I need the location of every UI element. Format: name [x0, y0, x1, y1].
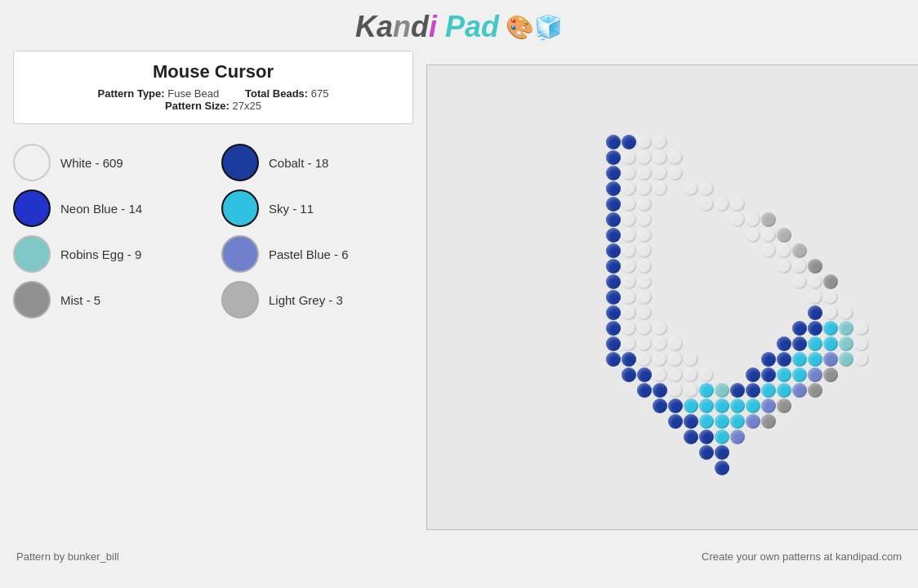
bead: [746, 150, 760, 165]
bead: [792, 336, 807, 351]
bead: [699, 321, 714, 336]
bead: [544, 135, 559, 149]
bead: [590, 305, 605, 320]
bead: [684, 321, 698, 336]
bead: [854, 228, 869, 243]
bead: [684, 399, 698, 413]
bead: [575, 430, 590, 444]
bead: [559, 321, 574, 336]
bead: [497, 259, 512, 274]
bead: [684, 336, 698, 351]
bead: [606, 166, 621, 180]
bead: [792, 445, 807, 460]
pattern-size-item: Pattern Size: 27x25: [165, 100, 261, 112]
bead: [715, 352, 729, 367]
bead: [715, 135, 729, 149]
bead: [761, 197, 776, 212]
bead: [544, 150, 559, 165]
bead: [497, 321, 512, 336]
color-swatch: [221, 144, 259, 181]
bead: [854, 430, 869, 444]
bead: [544, 243, 559, 258]
bead: [715, 243, 729, 258]
bead: [544, 399, 559, 413]
bead: [544, 383, 559, 398]
bead: [653, 399, 667, 413]
bead: [699, 352, 714, 367]
bead: [622, 228, 636, 243]
color-label: Mist - 5: [60, 293, 100, 307]
bead: [808, 259, 822, 274]
bead: [513, 243, 528, 258]
pattern-canvas: [426, 65, 918, 530]
bead: [823, 352, 838, 367]
bead: [699, 119, 714, 134]
bead: [684, 461, 698, 475]
bead: [839, 150, 853, 165]
bead: [839, 445, 853, 460]
bead: [544, 321, 559, 336]
bead: [668, 461, 683, 475]
bead: [699, 274, 714, 289]
bead: [715, 212, 729, 227]
bead: [497, 368, 512, 382]
pattern-info-card: Mouse Cursor Pattern Type: Fuse Bead Tot…: [13, 51, 413, 124]
bead: [497, 181, 512, 196]
footer: Pattern by bunker_bill Create your own p…: [0, 544, 918, 569]
bead: [466, 197, 481, 212]
bead: [792, 430, 807, 444]
bead: [839, 259, 853, 274]
pattern-size-value: 27x25: [232, 100, 261, 112]
bead: [730, 414, 745, 429]
bead: [497, 383, 512, 398]
bead: [715, 476, 729, 491]
bead: [497, 352, 512, 367]
bead: [854, 135, 869, 149]
bead: [528, 150, 543, 165]
bead: [559, 461, 574, 475]
bead: [777, 383, 791, 398]
bead: [699, 135, 714, 149]
bead: [746, 212, 760, 227]
bead: [622, 305, 636, 320]
bead: [854, 104, 869, 118]
bead: [575, 135, 590, 149]
bead: [606, 476, 621, 491]
bead: [699, 445, 714, 460]
bead: [839, 243, 853, 258]
bead: [777, 336, 791, 351]
bead: [559, 119, 574, 134]
bead: [839, 181, 853, 196]
bead: [823, 368, 838, 382]
bead: [637, 212, 652, 227]
right-panel: [426, 51, 918, 544]
bead: [528, 212, 543, 227]
bead: [544, 445, 559, 460]
bead: [808, 166, 822, 180]
bead: [761, 336, 776, 351]
bead: [482, 212, 497, 227]
bead: [792, 414, 807, 429]
bead: [590, 166, 605, 180]
bead: [854, 197, 869, 212]
bead: [544, 259, 559, 274]
bead: [528, 461, 543, 475]
color-entry: Robins Egg - 9: [13, 235, 205, 273]
color-label: Sky - 11: [269, 202, 314, 216]
bead: [482, 104, 497, 118]
bead: [668, 305, 683, 320]
pattern-type-label: Pattern Type:: [98, 87, 165, 100]
bead: [777, 290, 791, 305]
color-entry: White - 609: [13, 144, 205, 181]
bead: [653, 259, 667, 274]
bead: [590, 150, 605, 165]
bead: [482, 321, 497, 336]
bead: [870, 305, 885, 320]
bead: [730, 228, 745, 243]
bead: [466, 445, 481, 460]
color-swatch: [221, 235, 259, 273]
bead: [715, 228, 729, 243]
bead: [668, 135, 683, 149]
bead: [746, 445, 760, 460]
bead: [575, 368, 590, 382]
